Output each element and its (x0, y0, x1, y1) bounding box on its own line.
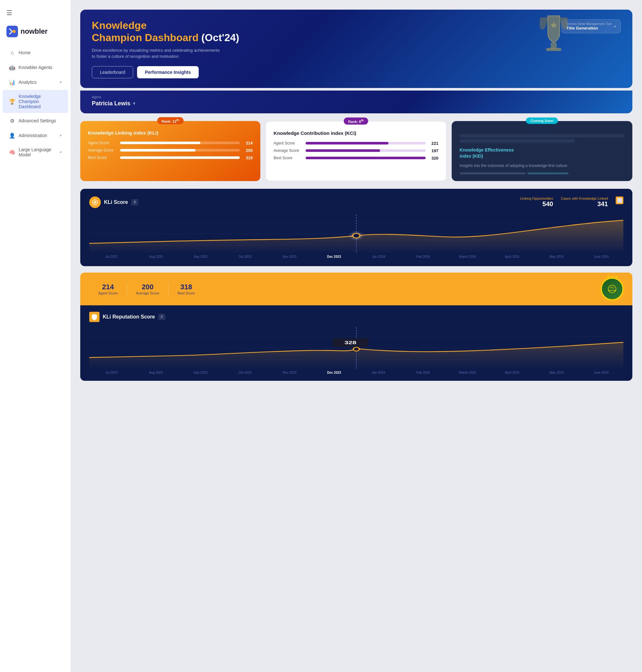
rep-x-jul23: Jul 2023 (89, 371, 134, 375)
svg-rect-2 (551, 43, 557, 49)
badge-chevron-icon: ▾ (614, 24, 616, 28)
kci-rank-badge: Rank: 8th (344, 117, 368, 125)
coming-soon-badge: Coming Soon (526, 117, 558, 124)
sidebar: ☰ nowbler ⌂ Home 🤖 Knowbler Agents 📊 Ana… (0, 0, 70, 672)
sidebar-item-analytics[interactable]: 📊 Analytics ▾ (3, 75, 68, 89)
llm-chevron: ▾ (60, 150, 62, 154)
kli-avg-bar-wrap (120, 149, 240, 152)
hamburger-button[interactable]: ☰ (0, 7, 70, 19)
cases-linked-value: 341 (561, 200, 608, 208)
agent-selector-dropdown[interactable]: Patricia Lewis ▾ (92, 100, 135, 107)
sidebar-label-analytics: Analytics (18, 80, 56, 85)
kli-chart-title-area: KLi Score fi (89, 196, 138, 208)
logo: nowbler (0, 22, 70, 45)
analytics-chevron: ▾ (60, 80, 62, 85)
sidebar-item-administration[interactable]: 👤 Administration ▾ (3, 128, 68, 142)
kci-best-bar (306, 157, 425, 159)
rep-x-oct23: Oct 2023 (223, 371, 267, 375)
kli-best-value: 318 (243, 155, 253, 160)
kli-best-bar (120, 156, 240, 159)
rep-x-aug23: Aug 2023 (134, 371, 179, 375)
agent-selector-container: Agent Patricia Lewis ▾ (80, 90, 632, 113)
kci-agent-bar (306, 142, 388, 144)
kli-card-title: Knowledge Linking index (KLi) (88, 130, 253, 136)
master-badge-container: ★ ★ ★ KLi MASTER (601, 278, 624, 300)
rep-x-jun24: June 2024 (579, 371, 624, 375)
kli-reputation-section: 214 Agent Score 200 Average Score 318 Be… (80, 272, 632, 381)
svg-rect-3 (546, 48, 561, 51)
agent-name: Patricia Lewis (92, 100, 130, 107)
kli-card: Rank: 12th Knowledge Linking index (KLi)… (80, 121, 260, 181)
rep-x-mar24: March 2024 (445, 371, 490, 375)
rep-x-dec23: Dec 2023 (312, 371, 356, 375)
hero-title-suffix: (Oct'24) (198, 32, 239, 43)
x-label-jun24: June 2024 (579, 255, 624, 258)
kli-chart-title: KLi Score (104, 199, 128, 205)
kei-card: Coming Soon Knowledge Effectivenessindex… (452, 121, 632, 181)
kci-avg-score-row: Average Score 197 (273, 148, 438, 153)
sidebar-item-champion-dashboard[interactable]: 🏆 Knowledge Champion Dashboard (3, 90, 68, 113)
kli-x-axis: Jul 2023 Aug 2023 Sep 2023 Oct 2023 Nov … (89, 255, 624, 258)
sidebar-item-llm[interactable]: 🧠 Large Language Model ▾ (3, 143, 68, 161)
logo-icon (7, 26, 18, 37)
x-label-mar24: March 2024 (445, 255, 490, 258)
kpi-cards-row: Rank: 12th Knowledge Linking index (KLi)… (80, 121, 632, 181)
trophy-icon (533, 13, 575, 54)
kli-badge-icon: KLi MASTER (608, 284, 617, 293)
hero-subtitle: Drive excellence by visualizing metrics … (92, 47, 220, 60)
sidebar-label-champion: Knowledge Champion Dashboard (18, 94, 62, 109)
agent-label: Agent (92, 95, 621, 99)
sidebar-item-advanced-settings[interactable]: ⚙ Advanced Settings (3, 114, 68, 128)
shield-icon (91, 314, 97, 320)
kei-description: Insights into the outcomes of adopting a… (460, 163, 624, 168)
agent-chevron-icon: ▾ (133, 101, 135, 106)
agents-icon: 🤖 (9, 64, 15, 71)
kli-chart-icon (89, 196, 101, 208)
shield-icon-wrap (89, 312, 100, 322)
cases-linked-label: Cases with Knowledge Linked (561, 196, 608, 200)
svg-text:MASTER: MASTER (608, 290, 616, 292)
reputation-agent-score: 214 Agent Score (89, 283, 127, 295)
sidebar-item-knowbler-agents[interactable]: 🤖 Knowbler Agents (3, 60, 68, 75)
master-badge: KLi MASTER (601, 278, 624, 300)
reputation-top-bar: 214 Agent Score 200 Average Score 318 Be… (80, 272, 632, 305)
kli-chart-header: KLi Score fi Linking Opportunities 540 C… (89, 196, 624, 208)
reputation-chart-header: KLi Reputation Score fi (89, 312, 624, 322)
kci-best-score-row: Best Score 320 (273, 156, 438, 161)
kli-best-score-row: Best Score 318 (88, 155, 253, 160)
kci-best-value: 320 (429, 156, 438, 161)
reputation-x-axis: Jul 2023 Aug 2023 Sep 2023 Oct 2023 Nov … (89, 371, 624, 375)
sidebar-label-admin: Administration (18, 133, 56, 138)
hero-title: Knowledge Champion Dashboard (Oct'24) (92, 19, 239, 44)
kli-agent-value: 214 (243, 141, 253, 145)
svg-point-23 (354, 347, 359, 351)
analytics-icon: 📊 (9, 79, 15, 85)
x-label-jul23: Jul 2023 (89, 255, 134, 258)
sidebar-label-settings: Advanced Settings (18, 118, 62, 123)
rep-x-apr24: April 2024 (490, 371, 535, 375)
kli-chart-svg (89, 215, 624, 253)
performance-insights-button[interactable]: Performance Insights (137, 66, 198, 78)
svg-point-13 (353, 233, 360, 238)
kei-blurred-bar2 (460, 139, 575, 142)
rep-agent-val: 214 (98, 283, 118, 291)
kci-agent-score-row: Agent Score 221 (273, 141, 438, 146)
x-label-jan24: Jan 2024 (356, 255, 401, 258)
leaderboard-button[interactable]: Leaderboard (92, 66, 133, 78)
kci-avg-label: Average Score (273, 148, 303, 153)
kli-agent-score-row: Agent Score 214 (88, 141, 253, 145)
kci-card: Rank: 8th Knowledge Contribution index (… (266, 121, 446, 181)
admin-chevron: ▾ (60, 133, 62, 138)
x-label-apr24: April 2024 (490, 255, 535, 258)
x-label-dec23: Dec 2023 (312, 255, 356, 258)
rep-avg-val: 200 (136, 283, 159, 291)
logo-text: nowbler (21, 27, 48, 36)
rep-x-sep23: Sep 2023 (178, 371, 223, 375)
linking-opp-label: Linking Opportunities (520, 196, 553, 200)
export-icon[interactable]: ⬜ (616, 196, 624, 204)
kci-card-title: Knowledge Contribution index (KCi) (273, 130, 438, 136)
rep-x-feb24: Feb 2024 (401, 371, 446, 375)
reputation-chart-body: KLi Reputation Score fi (80, 305, 632, 381)
sidebar-item-home[interactable]: ⌂ Home (3, 46, 68, 60)
kci-agent-bar-wrap (306, 142, 425, 144)
